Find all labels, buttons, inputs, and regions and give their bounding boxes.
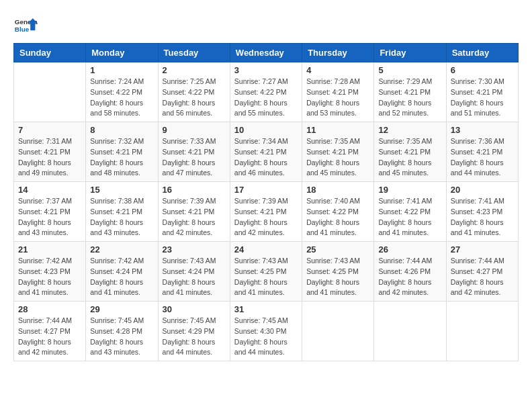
- calendar-cell: 2Sunrise: 7:25 AMSunset: 4:22 PMDaylight…: [158, 62, 230, 122]
- day-number: 1: [90, 65, 153, 75]
- day-number: 2: [163, 65, 226, 75]
- calendar-cell: 13Sunrise: 7:36 AMSunset: 4:21 PMDayligh…: [446, 122, 518, 182]
- day-info: Sunrise: 7:43 AMSunset: 4:25 PMDaylight:…: [306, 256, 369, 298]
- col-header-thursday: Thursday: [302, 44, 374, 62]
- calendar-week-3: 14Sunrise: 7:37 AMSunset: 4:21 PMDayligh…: [14, 182, 519, 242]
- calendar-cell: 27Sunrise: 7:44 AMSunset: 4:27 PMDayligh…: [446, 242, 518, 302]
- calendar-cell: 11Sunrise: 7:35 AMSunset: 4:21 PMDayligh…: [302, 122, 374, 182]
- calendar-cell: 9Sunrise: 7:33 AMSunset: 4:21 PMDaylight…: [158, 122, 230, 182]
- day-number: 24: [234, 244, 298, 255]
- col-header-friday: Friday: [374, 44, 446, 62]
- calendar-table: SundayMondayTuesdayWednesdayThursdayFrid…: [13, 43, 519, 361]
- calendar-cell: [14, 62, 86, 122]
- svg-text:Blue: Blue: [15, 26, 30, 33]
- day-number: 26: [378, 244, 441, 255]
- col-header-tuesday: Tuesday: [158, 44, 230, 62]
- calendar-cell: 10Sunrise: 7:34 AMSunset: 4:21 PMDayligh…: [230, 122, 302, 182]
- calendar-cell: 3Sunrise: 7:27 AMSunset: 4:22 PMDaylight…: [230, 62, 302, 122]
- day-info: Sunrise: 7:42 AMSunset: 4:24 PMDaylight:…: [90, 256, 153, 298]
- calendar-cell: 29Sunrise: 7:45 AMSunset: 4:28 PMDayligh…: [86, 302, 158, 361]
- day-info: Sunrise: 7:44 AMSunset: 4:26 PMDaylight:…: [378, 256, 441, 298]
- day-number: 30: [163, 304, 226, 314]
- day-info: Sunrise: 7:35 AMSunset: 4:21 PMDaylight:…: [306, 136, 369, 179]
- calendar-header-row: SundayMondayTuesdayWednesdayThursdayFrid…: [14, 44, 519, 62]
- calendar-body: 1Sunrise: 7:24 AMSunset: 4:22 PMDaylight…: [14, 62, 519, 361]
- calendar-cell: 22Sunrise: 7:42 AMSunset: 4:24 PMDayligh…: [86, 242, 158, 302]
- calendar-cell: 6Sunrise: 7:30 AMSunset: 4:21 PMDaylight…: [446, 62, 518, 122]
- day-number: 20: [451, 185, 514, 195]
- calendar-cell: 23Sunrise: 7:43 AMSunset: 4:24 PMDayligh…: [158, 242, 230, 302]
- day-info: Sunrise: 7:44 AMSunset: 4:27 PMDaylight:…: [18, 316, 81, 358]
- day-info: Sunrise: 7:41 AMSunset: 4:23 PMDaylight:…: [451, 196, 514, 238]
- calendar-cell: [302, 302, 374, 361]
- col-header-sunday: Sunday: [14, 44, 86, 62]
- logo: General Blue: [13, 13, 40, 38]
- calendar-cell: 8Sunrise: 7:32 AMSunset: 4:21 PMDaylight…: [86, 122, 158, 182]
- day-number: 4: [306, 65, 369, 75]
- day-info: Sunrise: 7:24 AMSunset: 4:22 PMDaylight:…: [90, 77, 153, 119]
- day-number: 31: [234, 304, 298, 314]
- calendar-cell: 20Sunrise: 7:41 AMSunset: 4:23 PMDayligh…: [446, 182, 518, 242]
- day-info: Sunrise: 7:35 AMSunset: 4:21 PMDaylight:…: [378, 136, 441, 179]
- day-number: 23: [163, 244, 226, 255]
- calendar-cell: 24Sunrise: 7:43 AMSunset: 4:25 PMDayligh…: [230, 242, 302, 302]
- day-number: 3: [234, 65, 298, 75]
- day-info: Sunrise: 7:45 AMSunset: 4:29 PMDaylight:…: [163, 316, 226, 358]
- col-header-saturday: Saturday: [446, 44, 518, 62]
- day-info: Sunrise: 7:42 AMSunset: 4:23 PMDaylight:…: [18, 256, 81, 298]
- day-number: 22: [90, 244, 153, 255]
- day-number: 8: [90, 125, 153, 135]
- day-number: 7: [18, 125, 81, 135]
- day-number: 16: [163, 185, 226, 195]
- calendar-cell: 16Sunrise: 7:39 AMSunset: 4:21 PMDayligh…: [158, 182, 230, 242]
- day-number: 19: [378, 185, 441, 195]
- day-number: 14: [18, 185, 81, 195]
- calendar-cell: 25Sunrise: 7:43 AMSunset: 4:25 PMDayligh…: [302, 242, 374, 302]
- day-number: 9: [163, 125, 226, 135]
- day-info: Sunrise: 7:34 AMSunset: 4:21 PMDaylight:…: [234, 136, 298, 179]
- day-number: 12: [378, 125, 441, 135]
- calendar-cell: 15Sunrise: 7:38 AMSunset: 4:21 PMDayligh…: [86, 182, 158, 242]
- day-number: 28: [18, 304, 81, 314]
- day-info: Sunrise: 7:43 AMSunset: 4:24 PMDaylight:…: [163, 256, 226, 298]
- calendar-cell: 17Sunrise: 7:39 AMSunset: 4:21 PMDayligh…: [230, 182, 302, 242]
- day-info: Sunrise: 7:25 AMSunset: 4:22 PMDaylight:…: [163, 77, 226, 119]
- day-info: Sunrise: 7:33 AMSunset: 4:21 PMDaylight:…: [163, 136, 226, 179]
- day-info: Sunrise: 7:37 AMSunset: 4:21 PMDaylight:…: [18, 196, 81, 238]
- day-info: Sunrise: 7:40 AMSunset: 4:22 PMDaylight:…: [306, 196, 369, 238]
- day-info: Sunrise: 7:36 AMSunset: 4:21 PMDaylight:…: [451, 136, 514, 179]
- calendar-cell: 28Sunrise: 7:44 AMSunset: 4:27 PMDayligh…: [14, 302, 86, 361]
- calendar-cell: 5Sunrise: 7:29 AMSunset: 4:21 PMDaylight…: [374, 62, 446, 122]
- calendar-cell: 26Sunrise: 7:44 AMSunset: 4:26 PMDayligh…: [374, 242, 446, 302]
- calendar-week-1: 1Sunrise: 7:24 AMSunset: 4:22 PMDaylight…: [14, 62, 519, 122]
- calendar-week-2: 7Sunrise: 7:31 AMSunset: 4:21 PMDaylight…: [14, 122, 519, 182]
- calendar-week-5: 28Sunrise: 7:44 AMSunset: 4:27 PMDayligh…: [14, 302, 519, 361]
- day-number: 11: [306, 125, 369, 135]
- calendar-cell: 31Sunrise: 7:45 AMSunset: 4:30 PMDayligh…: [230, 302, 302, 361]
- day-number: 13: [451, 125, 514, 135]
- calendar-cell: 1Sunrise: 7:24 AMSunset: 4:22 PMDaylight…: [86, 62, 158, 122]
- day-number: 6: [451, 65, 514, 75]
- calendar-cell: 7Sunrise: 7:31 AMSunset: 4:21 PMDaylight…: [14, 122, 86, 182]
- day-number: 18: [306, 185, 369, 195]
- day-info: Sunrise: 7:27 AMSunset: 4:22 PMDaylight:…: [234, 77, 298, 119]
- day-number: 29: [90, 304, 153, 314]
- day-info: Sunrise: 7:29 AMSunset: 4:21 PMDaylight:…: [378, 77, 441, 119]
- day-number: 10: [234, 125, 298, 135]
- day-info: Sunrise: 7:30 AMSunset: 4:21 PMDaylight:…: [451, 77, 514, 119]
- day-info: Sunrise: 7:44 AMSunset: 4:27 PMDaylight:…: [451, 256, 514, 298]
- day-info: Sunrise: 7:28 AMSunset: 4:21 PMDaylight:…: [306, 77, 369, 119]
- day-info: Sunrise: 7:39 AMSunset: 4:21 PMDaylight:…: [163, 196, 226, 238]
- day-number: 5: [378, 65, 441, 75]
- day-number: 17: [234, 185, 298, 195]
- day-number: 25: [306, 244, 369, 255]
- day-number: 15: [90, 185, 153, 195]
- calendar-cell: 12Sunrise: 7:35 AMSunset: 4:21 PMDayligh…: [374, 122, 446, 182]
- page-header: General Blue: [13, 13, 519, 38]
- day-number: 21: [18, 244, 81, 255]
- day-info: Sunrise: 7:45 AMSunset: 4:28 PMDaylight:…: [90, 316, 153, 358]
- calendar-cell: 30Sunrise: 7:45 AMSunset: 4:29 PMDayligh…: [158, 302, 230, 361]
- day-info: Sunrise: 7:32 AMSunset: 4:21 PMDaylight:…: [90, 136, 153, 179]
- calendar-cell: 14Sunrise: 7:37 AMSunset: 4:21 PMDayligh…: [14, 182, 86, 242]
- calendar-cell: 19Sunrise: 7:41 AMSunset: 4:22 PMDayligh…: [374, 182, 446, 242]
